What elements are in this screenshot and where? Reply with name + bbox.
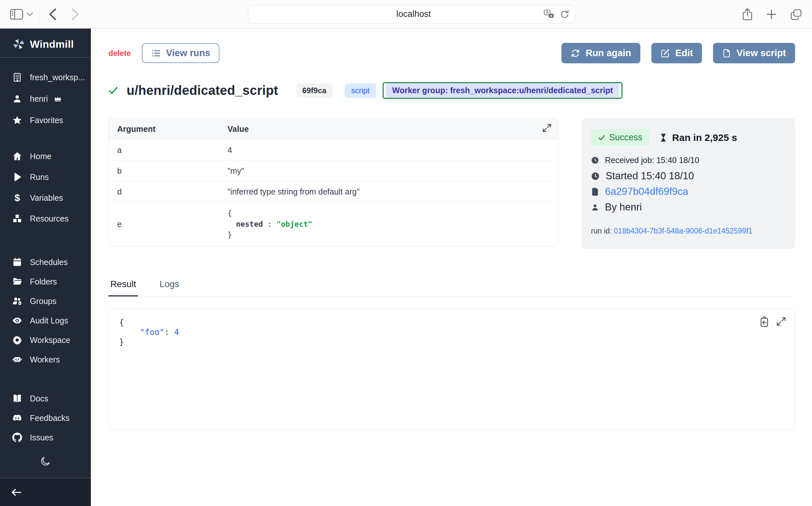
table-row: b "my": [109, 160, 558, 181]
building-icon: [12, 72, 22, 82]
sidebar-item-user[interactable]: henri: [0, 88, 91, 109]
sidebar-item-label: Variables: [30, 193, 63, 203]
arg-value-json: { nested : "object" }: [227, 208, 550, 240]
new-tab-icon[interactable]: [766, 9, 777, 20]
version-hash-badge: 69f9ca: [296, 83, 332, 98]
sidebar-item-issues[interactable]: Issues: [0, 428, 91, 447]
user-group-icon: [12, 296, 22, 306]
arg-value: "my": [227, 166, 550, 176]
arg-name: d: [117, 187, 227, 196]
duration-label: Ran in 2,925 s: [672, 132, 737, 143]
sidebar-item-label: Feedbacks: [30, 413, 70, 423]
sidebar-toggle-icon[interactable]: [10, 9, 23, 20]
folder-open-icon: [12, 277, 22, 286]
arg-name: a: [117, 146, 227, 155]
tab-logs[interactable]: Logs: [158, 279, 181, 296]
clock-icon: [591, 156, 599, 164]
windmill-logo[interactable]: Windmill: [0, 28, 91, 57]
collapse-sidebar-button[interactable]: [11, 488, 22, 497]
result-tabs: Result Logs: [108, 279, 795, 297]
expand-result-icon[interactable]: [776, 316, 786, 327]
sidebar-item-audit-logs[interactable]: Audit Logs: [0, 311, 91, 330]
favorites-label: Favorites: [30, 115, 63, 125]
column-argument: Argument: [117, 124, 227, 134]
sidebar-item-feedbacks[interactable]: Feedbacks: [0, 408, 91, 428]
sidebar-item-label: Schedules: [30, 258, 68, 267]
job-id-link[interactable]: 6a297b04df69f9ca: [605, 186, 688, 197]
hourglass-icon: [659, 133, 668, 143]
sidebar-item-favorites[interactable]: Favorites: [0, 109, 91, 131]
address-bar[interactable]: localhost A a: [248, 5, 576, 23]
edit-button[interactable]: Edit: [651, 43, 702, 63]
workspace-name: fresh_worksp...: [30, 73, 85, 82]
view-script-button[interactable]: View script: [713, 43, 795, 63]
sidebar-item-workers[interactable]: Workers: [0, 350, 91, 369]
json-key: "foo": [140, 327, 164, 337]
started-label: Started 15:40 18/10: [606, 170, 694, 182]
json-open-brace: {: [119, 318, 785, 327]
sidebar-item-variables[interactable]: $ Variables: [0, 187, 91, 208]
page-title: u/henri/dedicated_script: [126, 83, 278, 98]
translate-icon[interactable]: A a: [543, 9, 554, 19]
delete-button[interactable]: delete: [108, 49, 131, 58]
json-colon: :: [263, 220, 277, 228]
by-line: By henri: [591, 201, 785, 213]
robot-icon: [12, 355, 22, 364]
sidebar-item-schedules[interactable]: Schedules: [0, 252, 91, 272]
job-id-line[interactable]: 6a297b04df69f9ca: [591, 186, 785, 197]
forward-button[interactable]: [69, 6, 82, 22]
share-icon[interactable]: [742, 8, 753, 21]
edit-icon: [661, 49, 670, 58]
table-row: a 4: [109, 140, 558, 160]
sidebar-item-folders[interactable]: Folders: [0, 272, 91, 291]
chevron-down-icon[interactable]: [27, 12, 33, 16]
sidebar-item-label: Groups: [30, 297, 57, 306]
sidebar: Windmill fresh_worksp...: [0, 28, 91, 506]
json-key: nested: [236, 220, 263, 228]
status-badge: Success: [591, 129, 649, 146]
sidebar-item-label: Workers: [30, 355, 60, 364]
run-id-label: run id:: [591, 227, 612, 235]
sidebar-item-docs[interactable]: Docs: [0, 389, 91, 408]
user-icon: [12, 94, 22, 104]
browser-toolbar: localhost A a: [0, 0, 812, 28]
divider: [39, 8, 40, 21]
sidebar-item-groups[interactable]: Groups: [0, 291, 91, 311]
table-row: d "inferred type string from default arg…: [109, 181, 558, 202]
sidebar-item-home[interactable]: Home: [0, 146, 91, 167]
expand-table-icon[interactable]: [542, 123, 552, 133]
calendar-icon: [12, 257, 22, 267]
sidebar-item-label: Home: [30, 152, 52, 161]
run-id-link[interactable]: 018b4304-7b3f-548a-9006-d1e1452599f1: [614, 227, 752, 235]
reload-icon[interactable]: [560, 9, 570, 19]
crown-icon: [54, 96, 62, 102]
arg-name: e: [117, 220, 227, 229]
arg-name: b: [117, 166, 227, 176]
worker-group-box: Worker group: fresh_workspace:u/henri/de…: [383, 82, 622, 99]
tab-result[interactable]: Result: [108, 279, 138, 297]
sidebar-item-resources[interactable]: Resources: [0, 208, 91, 229]
tab-overview-icon[interactable]: [790, 8, 802, 20]
discord-icon: [12, 413, 22, 423]
view-runs-button[interactable]: View runs: [142, 43, 219, 63]
user-icon: [591, 203, 599, 212]
result-json: { "foo": 4 }: [119, 318, 785, 347]
result-panel: { "foo": 4 }: [108, 309, 795, 430]
back-button[interactable]: [46, 6, 59, 22]
windmill-logo-text: Windmill: [30, 38, 74, 50]
sidebar-item-workspace-switcher[interactable]: fresh_worksp...: [0, 67, 91, 88]
json-line: nested : "object": [227, 219, 550, 230]
json-value: 4: [174, 327, 179, 337]
sidebar-item-label: Workspace: [30, 336, 71, 345]
sidebar-item-runs[interactable]: Runs: [0, 167, 91, 187]
script-icon: [591, 187, 599, 196]
dark-mode-toggle[interactable]: [40, 456, 51, 467]
json-colon: :: [164, 327, 174, 337]
sidebar-item-workspace-settings[interactable]: Workspace: [0, 330, 91, 350]
main-content: delete View runs Run again: [91, 28, 812, 506]
run-again-button[interactable]: Run again: [562, 43, 640, 63]
list-icon: [151, 49, 161, 58]
sidebar-item-label: Folders: [30, 277, 57, 286]
url-text[interactable]: localhost: [254, 9, 543, 19]
copy-result-icon[interactable]: [759, 316, 770, 327]
